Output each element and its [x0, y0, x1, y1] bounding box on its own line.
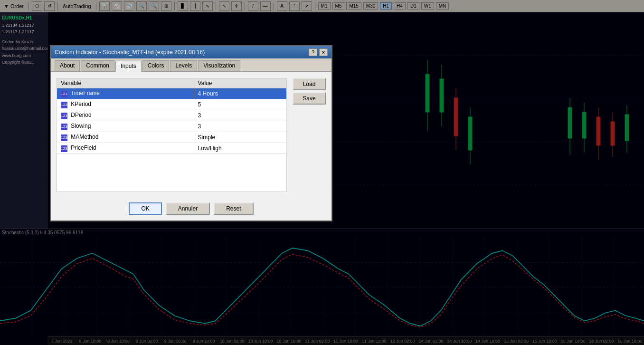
row-value[interactable]: Simple	[194, 132, 286, 143]
row-variable: PriceField	[71, 144, 96, 151]
tab-levels[interactable]: Levels	[170, 60, 197, 71]
tab-inputs[interactable]: Inputs	[115, 61, 142, 72]
row-value[interactable]: Low/High	[194, 143, 286, 154]
reset-button[interactable]: Reset	[214, 202, 253, 215]
table-area: Variable Value 123 TimeFrame 4 Hours 123…	[57, 78, 326, 192]
table-wrapper: Variable Value 123 TimeFrame 4 Hours 123…	[57, 78, 287, 192]
dialog-title: Custom Indicator - Stochastic_MTF-Ind (e…	[55, 49, 205, 56]
row-variable: TimeFrame	[71, 90, 100, 96]
dialog-content: Variable Value 123 TimeFrame 4 Hours 123…	[51, 72, 331, 198]
row-value[interactable]: 5	[194, 99, 286, 110]
dialog-window: Custom Indicator - Stochastic_MTF-Ind (e…	[50, 45, 332, 221]
row-value[interactable]: 3	[194, 110, 286, 121]
dialog-close-button[interactable]: ×	[319, 48, 328, 56]
row-variable: KPeriod	[71, 101, 91, 107]
load-button[interactable]: Load	[293, 78, 326, 90]
row-icon: 123	[61, 91, 67, 97]
dialog-controls: ? ×	[309, 48, 328, 56]
row-variable: DPeriod	[71, 112, 91, 118]
table-row[interactable]: 123 Slowing 3	[57, 121, 287, 132]
row-value[interactable]: 4 Hours	[194, 88, 286, 99]
table-row[interactable]: 123 KPeriod 5	[57, 99, 287, 110]
tab-common[interactable]: Common	[81, 60, 114, 71]
table-row[interactable]: 123 PriceField Low/High	[57, 143, 287, 154]
cancel-button[interactable]: Annuler	[166, 202, 210, 215]
ok-button[interactable]: OK	[129, 202, 161, 215]
dialog-actions: OK Annuler Reset	[51, 198, 331, 220]
row-icon: 123	[61, 134, 67, 141]
col-variable: Variable	[57, 78, 194, 88]
table-row[interactable]: 123 TimeFrame 4 Hours	[57, 88, 287, 99]
row-variable: Slowing	[71, 123, 91, 129]
row-value[interactable]: 3	[194, 121, 286, 132]
dialog-titlebar: Custom Indicator - Stochastic_MTF-Ind (e…	[51, 46, 331, 58]
tab-about[interactable]: About	[55, 60, 80, 71]
row-icon: 123	[61, 145, 67, 152]
row-variable: MAMethod	[71, 134, 98, 140]
table-row[interactable]: 123 MAMethod Simple	[57, 132, 287, 143]
tab-visualization[interactable]: Visualization	[198, 60, 240, 71]
tab-colors[interactable]: Colors	[142, 60, 170, 71]
table-empty-space	[57, 154, 287, 192]
dialog-overlay: Custom Indicator - Stochastic_MTF-Ind (e…	[0, 0, 644, 345]
table-row[interactable]: 123 DPeriod 3	[57, 110, 287, 121]
row-icon: 123	[61, 124, 67, 130]
side-buttons: Load Save	[291, 78, 326, 192]
col-value: Value	[194, 78, 286, 88]
dialog-help-button[interactable]: ?	[309, 48, 317, 56]
save-button[interactable]: Save	[293, 92, 326, 105]
dialog-tabs: About Common Inputs Colors Levels Visual…	[51, 58, 331, 72]
params-table: Variable Value 123 TimeFrame 4 Hours 123…	[57, 78, 287, 154]
row-icon: 123	[61, 113, 67, 119]
row-icon: 123	[61, 102, 67, 108]
